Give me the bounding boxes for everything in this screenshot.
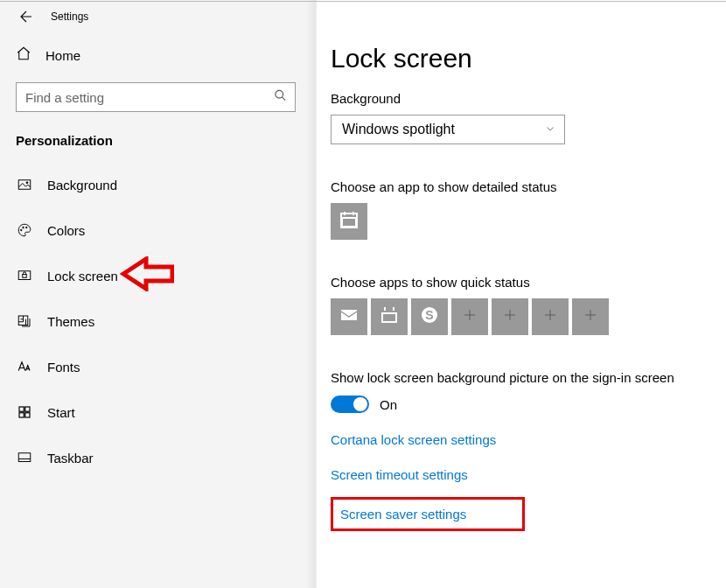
sidebar-item-background[interactable]: Background [0, 162, 311, 207]
sidebar-item-colors[interactable]: Colors [0, 207, 311, 253]
sidebar-item-fonts[interactable]: Fonts [0, 344, 311, 389]
svg-rect-12 [25, 413, 30, 417]
sidebar-item-label: Start [47, 405, 75, 420]
search-input[interactable] [16, 82, 296, 112]
svg-point-3 [21, 229, 23, 231]
sidebar-item-lock-screen[interactable]: Lock screen [0, 253, 311, 298]
quick-status-add-slot-2[interactable] [492, 298, 528, 335]
plus-icon [542, 307, 558, 326]
lock-screen-icon [16, 267, 33, 284]
skype-icon: S [419, 304, 440, 329]
detailed-status-app-button[interactable] [331, 203, 367, 240]
picture-icon [16, 176, 33, 193]
sidebar-item-label: Taskbar [47, 451, 94, 466]
quick-status-app-calendar[interactable] [371, 298, 408, 335]
svg-point-0 [276, 90, 283, 98]
mail-icon [339, 304, 360, 329]
svg-rect-17 [343, 219, 355, 226]
sidebar-item-taskbar[interactable]: Taskbar [0, 435, 311, 480]
chevron-down-icon [545, 122, 555, 137]
svg-point-4 [23, 227, 24, 228]
plus-icon [502, 307, 518, 326]
screen-timeout-link[interactable]: Screen timeout settings [331, 467, 468, 482]
plus-icon [583, 307, 598, 326]
page-title: Lock screen [331, 44, 712, 74]
svg-rect-21 [383, 314, 395, 321]
cortana-lock-screen-link[interactable]: Cortana lock screen settings [331, 432, 496, 447]
quick-status-add-slot-4[interactable] [572, 298, 609, 335]
svg-rect-1 [18, 180, 31, 190]
calendar-icon [339, 209, 360, 234]
toggle-knob [353, 397, 367, 411]
svg-rect-9 [19, 407, 24, 411]
quick-status-add-slot-3[interactable] [532, 298, 569, 335]
signin-screen-label: Show lock screen background picture on t… [331, 370, 712, 385]
calendar-icon [379, 304, 400, 329]
taskbar-icon [16, 449, 33, 466]
palette-icon [16, 221, 33, 239]
start-icon [16, 403, 33, 421]
svg-rect-11 [19, 413, 24, 417]
svg-rect-13 [18, 453, 31, 462]
red-arrow-annotation-icon [120, 256, 174, 295]
plus-icon [462, 307, 478, 326]
quick-status-app-skype[interactable]: S [411, 298, 448, 335]
background-dropdown-value: Windows spotlight [342, 122, 455, 137]
signin-toggle-state: On [380, 397, 397, 412]
quick-status-add-slot-1[interactable] [451, 298, 488, 335]
quick-status-label: Choose apps to show quick status [331, 275, 712, 290]
svg-rect-20 [381, 309, 397, 312]
sidebar-item-label: Lock screen [47, 269, 118, 284]
signin-screen-toggle[interactable] [331, 396, 369, 413]
sidebar-item-label: Fonts [47, 360, 80, 374]
background-label: Background [331, 91, 712, 106]
svg-rect-18 [341, 310, 357, 320]
svg-point-5 [26, 227, 28, 228]
background-dropdown[interactable]: Windows spotlight [331, 115, 565, 144]
fonts-icon [16, 358, 33, 375]
svg-rect-7 [23, 275, 27, 278]
sidebar-item-start[interactable]: Start [0, 389, 311, 435]
screen-saver-settings-link[interactable]: Screen saver settings [331, 497, 525, 531]
sidebar-item-label: Colors [47, 223, 85, 238]
sidebar-item-label: Background [47, 178, 117, 192]
home-icon [16, 46, 31, 65]
titlebar-title: Settings [51, 10, 88, 23]
svg-point-2 [26, 182, 28, 184]
svg-rect-10 [25, 407, 30, 411]
detailed-status-label: Choose an app to show detailed status [331, 179, 712, 194]
sidebar-item-themes[interactable]: Themes [0, 298, 311, 344]
sidebar-item-label: Themes [47, 314, 94, 329]
search-icon [274, 89, 287, 106]
back-arrow-icon [18, 9, 34, 24]
themes-icon [16, 312, 33, 330]
back-button[interactable] [16, 6, 37, 27]
svg-text:S: S [425, 308, 433, 322]
quick-status-app-mail[interactable] [331, 298, 367, 335]
sidebar-section-title: Personalization [0, 112, 311, 162]
sidebar-home-label: Home [45, 48, 80, 63]
sidebar-home[interactable]: Home [0, 33, 311, 74]
